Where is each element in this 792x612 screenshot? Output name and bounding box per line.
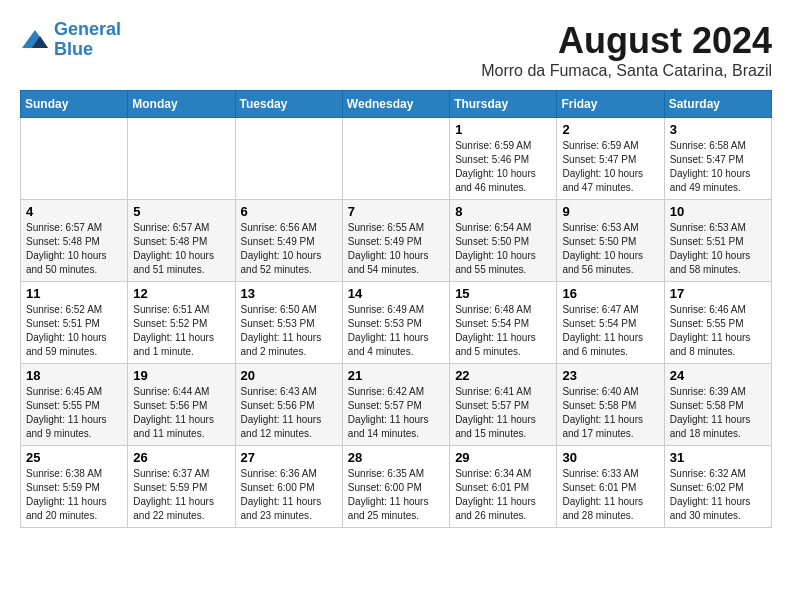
day-number: 7 (348, 204, 444, 219)
day-number: 16 (562, 286, 658, 301)
calendar-cell: 26Sunrise: 6:37 AM Sunset: 5:59 PM Dayli… (128, 446, 235, 528)
day-number: 28 (348, 450, 444, 465)
title-area: August 2024 Morro da Fumaca, Santa Catar… (481, 20, 772, 80)
week-row-2: 11Sunrise: 6:52 AM Sunset: 5:51 PM Dayli… (21, 282, 772, 364)
day-info: Sunrise: 6:50 AM Sunset: 5:53 PM Dayligh… (241, 303, 337, 359)
calendar-cell: 21Sunrise: 6:42 AM Sunset: 5:57 PM Dayli… (342, 364, 449, 446)
calendar-cell: 31Sunrise: 6:32 AM Sunset: 6:02 PM Dayli… (664, 446, 771, 528)
day-number: 9 (562, 204, 658, 219)
week-row-4: 25Sunrise: 6:38 AM Sunset: 5:59 PM Dayli… (21, 446, 772, 528)
calendar-cell: 1Sunrise: 6:59 AM Sunset: 5:46 PM Daylig… (450, 118, 557, 200)
day-info: Sunrise: 6:34 AM Sunset: 6:01 PM Dayligh… (455, 467, 551, 523)
calendar-cell: 16Sunrise: 6:47 AM Sunset: 5:54 PM Dayli… (557, 282, 664, 364)
day-number: 2 (562, 122, 658, 137)
calendar-cell: 11Sunrise: 6:52 AM Sunset: 5:51 PM Dayli… (21, 282, 128, 364)
day-info: Sunrise: 6:32 AM Sunset: 6:02 PM Dayligh… (670, 467, 766, 523)
day-number: 24 (670, 368, 766, 383)
calendar-cell: 27Sunrise: 6:36 AM Sunset: 6:00 PM Dayli… (235, 446, 342, 528)
logo-line2: Blue (54, 39, 93, 59)
day-info: Sunrise: 6:43 AM Sunset: 5:56 PM Dayligh… (241, 385, 337, 441)
day-info: Sunrise: 6:45 AM Sunset: 5:55 PM Dayligh… (26, 385, 122, 441)
weekday-header-friday: Friday (557, 91, 664, 118)
week-row-0: 1Sunrise: 6:59 AM Sunset: 5:46 PM Daylig… (21, 118, 772, 200)
day-number: 30 (562, 450, 658, 465)
day-number: 26 (133, 450, 229, 465)
day-info: Sunrise: 6:40 AM Sunset: 5:58 PM Dayligh… (562, 385, 658, 441)
calendar-cell: 10Sunrise: 6:53 AM Sunset: 5:51 PM Dayli… (664, 200, 771, 282)
weekday-header-tuesday: Tuesday (235, 91, 342, 118)
day-info: Sunrise: 6:46 AM Sunset: 5:55 PM Dayligh… (670, 303, 766, 359)
day-info: Sunrise: 6:57 AM Sunset: 5:48 PM Dayligh… (26, 221, 122, 277)
day-info: Sunrise: 6:53 AM Sunset: 5:51 PM Dayligh… (670, 221, 766, 277)
day-number: 22 (455, 368, 551, 383)
day-info: Sunrise: 6:54 AM Sunset: 5:50 PM Dayligh… (455, 221, 551, 277)
logo-icon (20, 28, 50, 52)
week-row-1: 4Sunrise: 6:57 AM Sunset: 5:48 PM Daylig… (21, 200, 772, 282)
weekday-header-monday: Monday (128, 91, 235, 118)
day-info: Sunrise: 6:56 AM Sunset: 5:49 PM Dayligh… (241, 221, 337, 277)
day-number: 17 (670, 286, 766, 301)
day-info: Sunrise: 6:55 AM Sunset: 5:49 PM Dayligh… (348, 221, 444, 277)
calendar-cell: 8Sunrise: 6:54 AM Sunset: 5:50 PM Daylig… (450, 200, 557, 282)
location-title: Morro da Fumaca, Santa Catarina, Brazil (481, 62, 772, 80)
weekday-header-saturday: Saturday (664, 91, 771, 118)
calendar-cell: 18Sunrise: 6:45 AM Sunset: 5:55 PM Dayli… (21, 364, 128, 446)
day-info: Sunrise: 6:44 AM Sunset: 5:56 PM Dayligh… (133, 385, 229, 441)
calendar-cell: 5Sunrise: 6:57 AM Sunset: 5:48 PM Daylig… (128, 200, 235, 282)
calendar-cell: 12Sunrise: 6:51 AM Sunset: 5:52 PM Dayli… (128, 282, 235, 364)
calendar-cell: 3Sunrise: 6:58 AM Sunset: 5:47 PM Daylig… (664, 118, 771, 200)
calendar-cell: 17Sunrise: 6:46 AM Sunset: 5:55 PM Dayli… (664, 282, 771, 364)
calendar-cell: 13Sunrise: 6:50 AM Sunset: 5:53 PM Dayli… (235, 282, 342, 364)
day-number: 12 (133, 286, 229, 301)
week-row-3: 18Sunrise: 6:45 AM Sunset: 5:55 PM Dayli… (21, 364, 772, 446)
calendar-cell (21, 118, 128, 200)
calendar-cell (128, 118, 235, 200)
day-info: Sunrise: 6:58 AM Sunset: 5:47 PM Dayligh… (670, 139, 766, 195)
calendar-cell: 28Sunrise: 6:35 AM Sunset: 6:00 PM Dayli… (342, 446, 449, 528)
day-info: Sunrise: 6:47 AM Sunset: 5:54 PM Dayligh… (562, 303, 658, 359)
day-number: 20 (241, 368, 337, 383)
calendar-cell: 24Sunrise: 6:39 AM Sunset: 5:58 PM Dayli… (664, 364, 771, 446)
weekday-header-wednesday: Wednesday (342, 91, 449, 118)
calendar-cell: 29Sunrise: 6:34 AM Sunset: 6:01 PM Dayli… (450, 446, 557, 528)
logo: General Blue (20, 20, 121, 60)
calendar-cell: 20Sunrise: 6:43 AM Sunset: 5:56 PM Dayli… (235, 364, 342, 446)
day-number: 19 (133, 368, 229, 383)
day-info: Sunrise: 6:35 AM Sunset: 6:00 PM Dayligh… (348, 467, 444, 523)
day-number: 21 (348, 368, 444, 383)
day-number: 15 (455, 286, 551, 301)
day-info: Sunrise: 6:41 AM Sunset: 5:57 PM Dayligh… (455, 385, 551, 441)
day-info: Sunrise: 6:59 AM Sunset: 5:47 PM Dayligh… (562, 139, 658, 195)
weekday-header-sunday: Sunday (21, 91, 128, 118)
day-info: Sunrise: 6:53 AM Sunset: 5:50 PM Dayligh… (562, 221, 658, 277)
day-info: Sunrise: 6:59 AM Sunset: 5:46 PM Dayligh… (455, 139, 551, 195)
day-number: 27 (241, 450, 337, 465)
day-number: 31 (670, 450, 766, 465)
calendar-cell: 7Sunrise: 6:55 AM Sunset: 5:49 PM Daylig… (342, 200, 449, 282)
header: General Blue August 2024 Morro da Fumaca… (20, 20, 772, 80)
calendar-cell: 4Sunrise: 6:57 AM Sunset: 5:48 PM Daylig… (21, 200, 128, 282)
day-info: Sunrise: 6:33 AM Sunset: 6:01 PM Dayligh… (562, 467, 658, 523)
day-number: 3 (670, 122, 766, 137)
calendar-cell: 15Sunrise: 6:48 AM Sunset: 5:54 PM Dayli… (450, 282, 557, 364)
day-info: Sunrise: 6:42 AM Sunset: 5:57 PM Dayligh… (348, 385, 444, 441)
weekday-header-row: SundayMondayTuesdayWednesdayThursdayFrid… (21, 91, 772, 118)
day-number: 10 (670, 204, 766, 219)
day-number: 25 (26, 450, 122, 465)
calendar-cell: 2Sunrise: 6:59 AM Sunset: 5:47 PM Daylig… (557, 118, 664, 200)
day-number: 6 (241, 204, 337, 219)
calendar-table: SundayMondayTuesdayWednesdayThursdayFrid… (20, 90, 772, 528)
day-number: 5 (133, 204, 229, 219)
day-number: 23 (562, 368, 658, 383)
calendar-cell: 30Sunrise: 6:33 AM Sunset: 6:01 PM Dayli… (557, 446, 664, 528)
day-number: 29 (455, 450, 551, 465)
calendar-cell: 25Sunrise: 6:38 AM Sunset: 5:59 PM Dayli… (21, 446, 128, 528)
calendar-cell: 19Sunrise: 6:44 AM Sunset: 5:56 PM Dayli… (128, 364, 235, 446)
calendar-cell (235, 118, 342, 200)
weekday-header-thursday: Thursday (450, 91, 557, 118)
day-info: Sunrise: 6:52 AM Sunset: 5:51 PM Dayligh… (26, 303, 122, 359)
calendar-cell: 9Sunrise: 6:53 AM Sunset: 5:50 PM Daylig… (557, 200, 664, 282)
calendar-cell: 22Sunrise: 6:41 AM Sunset: 5:57 PM Dayli… (450, 364, 557, 446)
day-info: Sunrise: 6:39 AM Sunset: 5:58 PM Dayligh… (670, 385, 766, 441)
logo-text: General Blue (54, 20, 121, 60)
